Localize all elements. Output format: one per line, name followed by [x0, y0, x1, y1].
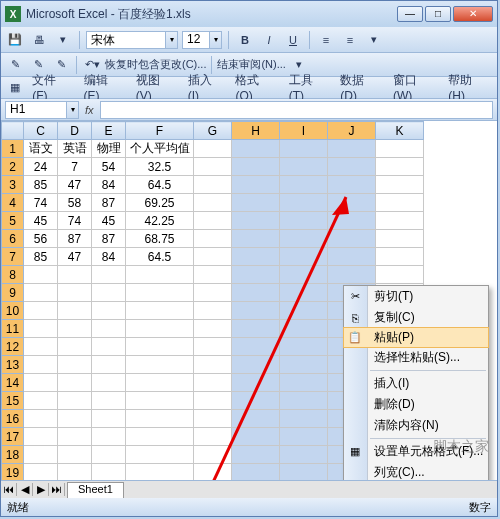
close-button[interactable]: ✕ [453, 6, 493, 22]
cell-C16[interactable] [24, 410, 58, 428]
cell-E10[interactable] [92, 302, 126, 320]
cell-F12[interactable] [126, 338, 194, 356]
col-header-D[interactable]: D [58, 122, 92, 140]
fx-icon[interactable]: fx [85, 104, 94, 116]
cell-I1[interactable] [280, 140, 328, 158]
cell-G5[interactable] [194, 212, 232, 230]
cell-E12[interactable] [92, 338, 126, 356]
cell-I7[interactable] [280, 248, 328, 266]
row-header-16[interactable]: 16 [2, 410, 24, 428]
cell-C19[interactable] [24, 464, 58, 481]
cell-H18[interactable] [232, 446, 280, 464]
row-header-17[interactable]: 17 [2, 428, 24, 446]
cell-J5[interactable] [328, 212, 376, 230]
cell-K8[interactable] [376, 266, 424, 284]
cell-E19[interactable] [92, 464, 126, 481]
cell-I19[interactable] [280, 464, 328, 481]
cell-I10[interactable] [280, 302, 328, 320]
cell-G1[interactable] [194, 140, 232, 158]
cell-K6[interactable] [376, 230, 424, 248]
sheet-nav[interactable]: ⏮◀▶⏭ [1, 483, 65, 496]
cell-F5[interactable]: 42.25 [126, 212, 194, 230]
font-name-select[interactable]: 宋体▾ [86, 31, 178, 49]
review-icon[interactable]: ✎ [5, 55, 25, 75]
cell-E1[interactable]: 物理 [92, 140, 126, 158]
cell-I5[interactable] [280, 212, 328, 230]
cell-G11[interactable] [194, 320, 232, 338]
cell-D7[interactable]: 47 [58, 248, 92, 266]
cell-E7[interactable]: 84 [92, 248, 126, 266]
cell-I3[interactable] [280, 176, 328, 194]
cell-D13[interactable] [58, 356, 92, 374]
row-header-10[interactable]: 10 [2, 302, 24, 320]
formula-bar[interactable] [100, 101, 493, 119]
cell-J4[interactable] [328, 194, 376, 212]
cell-C6[interactable]: 56 [24, 230, 58, 248]
cell-G9[interactable] [194, 284, 232, 302]
save-icon[interactable]: 💾 [5, 30, 25, 50]
col-header-I[interactable]: I [280, 122, 328, 140]
cell-E6[interactable]: 87 [92, 230, 126, 248]
col-header-H[interactable]: H [232, 122, 280, 140]
cell-F19[interactable] [126, 464, 194, 481]
cell-C15[interactable] [24, 392, 58, 410]
row-header-9[interactable]: 9 [2, 284, 24, 302]
cell-F11[interactable] [126, 320, 194, 338]
cm-paste-special[interactable]: 选择性粘贴(S)... [344, 347, 488, 368]
cell-F17[interactable] [126, 428, 194, 446]
cell-D9[interactable] [58, 284, 92, 302]
cell-H15[interactable] [232, 392, 280, 410]
cell-H5[interactable] [232, 212, 280, 230]
cell-H19[interactable] [232, 464, 280, 481]
cell-H11[interactable] [232, 320, 280, 338]
cell-F9[interactable] [126, 284, 194, 302]
cell-J3[interactable] [328, 176, 376, 194]
italic-button[interactable]: I [259, 30, 279, 50]
cell-G15[interactable] [194, 392, 232, 410]
cell-E17[interactable] [92, 428, 126, 446]
cell-E4[interactable]: 87 [92, 194, 126, 212]
cell-G19[interactable] [194, 464, 232, 481]
row-header-19[interactable]: 19 [2, 464, 24, 481]
align-center-button[interactable]: ≡ [340, 30, 360, 50]
cell-C9[interactable] [24, 284, 58, 302]
cell-C4[interactable]: 74 [24, 194, 58, 212]
cell-G3[interactable] [194, 176, 232, 194]
cell-G2[interactable] [194, 158, 232, 176]
col-header-J[interactable]: J [328, 122, 376, 140]
cm-clear[interactable]: 清除内容(N) [344, 415, 488, 436]
cell-D6[interactable]: 87 [58, 230, 92, 248]
cell-D3[interactable]: 47 [58, 176, 92, 194]
cell-C8[interactable] [24, 266, 58, 284]
cell-E8[interactable] [92, 266, 126, 284]
cell-E13[interactable] [92, 356, 126, 374]
cell-G16[interactable] [194, 410, 232, 428]
cell-F4[interactable]: 69.25 [126, 194, 194, 212]
cell-E5[interactable]: 45 [92, 212, 126, 230]
cell-I4[interactable] [280, 194, 328, 212]
cell-J2[interactable] [328, 158, 376, 176]
cell-I6[interactable] [280, 230, 328, 248]
cell-G12[interactable] [194, 338, 232, 356]
cell-D19[interactable] [58, 464, 92, 481]
cell-J6[interactable] [328, 230, 376, 248]
cm-insert[interactable]: 插入(I) [344, 373, 488, 394]
cell-G17[interactable] [194, 428, 232, 446]
cell-E3[interactable]: 84 [92, 176, 126, 194]
bold-button[interactable]: B [235, 30, 255, 50]
cell-J8[interactable] [328, 266, 376, 284]
cell-C7[interactable]: 85 [24, 248, 58, 266]
col-header-K[interactable]: K [376, 122, 424, 140]
cell-C12[interactable] [24, 338, 58, 356]
cell-D10[interactable] [58, 302, 92, 320]
cm-paste[interactable]: 📋粘贴(P) [343, 327, 489, 348]
cell-K4[interactable] [376, 194, 424, 212]
cell-D2[interactable]: 7 [58, 158, 92, 176]
align-left-button[interactable]: ≡ [316, 30, 336, 50]
cell-I13[interactable] [280, 356, 328, 374]
cell-G8[interactable] [194, 266, 232, 284]
cell-D11[interactable] [58, 320, 92, 338]
cell-H13[interactable] [232, 356, 280, 374]
col-header-F[interactable]: F [126, 122, 194, 140]
cell-K7[interactable] [376, 248, 424, 266]
